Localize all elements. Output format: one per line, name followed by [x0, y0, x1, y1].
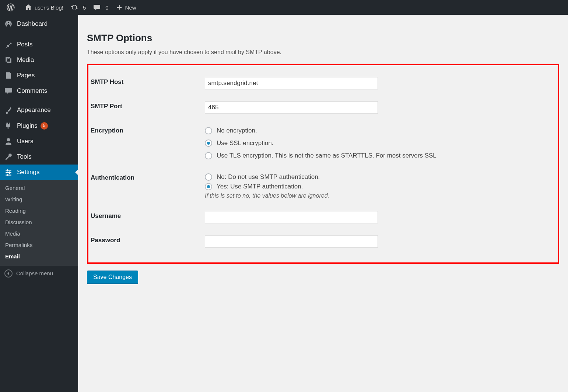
dashboard-icon — [4, 20, 13, 28]
media-icon — [4, 56, 13, 64]
smtp-host-input[interactable] — [205, 77, 378, 89]
sidebar-item-label: Appearance — [17, 106, 51, 114]
username-label: Username — [91, 205, 201, 229]
encryption-label: Encryption — [91, 120, 201, 167]
save-changes-button[interactable]: Save Changes — [87, 271, 138, 284]
pin-icon — [4, 40, 13, 49]
encryption-ssl-label: Use SSL encryption. — [217, 140, 273, 147]
sidebar-item-appearance[interactable]: Appearance — [0, 102, 78, 118]
submenu-general[interactable]: General — [0, 182, 78, 194]
comments-count: 0 — [105, 4, 108, 11]
sidebar-item-label: Dashboard — [17, 20, 48, 28]
auth-no-label: No: Do not use SMTP authentication. — [217, 173, 320, 181]
authentication-label: Authentication — [91, 167, 201, 205]
smtp-host-label: SMTP Host — [91, 71, 201, 95]
submenu-reading[interactable]: Reading — [0, 205, 78, 216]
sidebar-item-comments[interactable]: Comments — [0, 83, 78, 99]
sidebar-item-label: Tools — [17, 153, 32, 161]
update-icon — [71, 4, 78, 11]
sidebar-item-label: Comments — [17, 87, 47, 95]
brush-icon — [4, 106, 13, 114]
encryption-tls-radio[interactable] — [205, 152, 212, 159]
pages-icon — [4, 71, 13, 80]
auth-no-radio[interactable] — [205, 173, 212, 181]
sidebar-item-settings[interactable]: Settings — [0, 165, 78, 180]
sidebar-item-tools[interactable]: Tools — [0, 149, 78, 165]
user-icon — [4, 137, 13, 145]
submenu-permalinks[interactable]: Permalinks — [0, 239, 78, 251]
plugins-update-badge: 5 — [41, 122, 48, 130]
smtp-password-input[interactable] — [205, 235, 378, 248]
section-description: These options only apply if you have cho… — [87, 49, 559, 56]
smtp-settings-box: SMTP Host SMTP Port Encryption No encryp… — [87, 64, 559, 264]
sidebar-item-pages[interactable]: Pages — [0, 68, 78, 83]
encryption-none-label: No encryption. — [217, 127, 257, 134]
submenu-email[interactable]: Email — [0, 251, 78, 262]
smtp-port-label: SMTP Port — [91, 95, 201, 120]
collapse-menu[interactable]: Collapse menu — [0, 266, 78, 281]
smtp-username-input[interactable] — [205, 211, 378, 223]
sidebar-item-dashboard[interactable]: Dashboard — [0, 15, 78, 33]
sidebar-item-posts[interactable]: Posts — [0, 37, 78, 52]
collapse-icon — [4, 269, 13, 278]
sidebar-item-plugins[interactable]: Plugins 5 — [0, 118, 78, 134]
site-title-text: user's Blog! — [35, 4, 63, 11]
submenu-writing[interactable]: Writing — [0, 194, 78, 205]
sidebar-item-label: Media — [17, 56, 34, 64]
sidebar-item-label: Settings — [17, 168, 39, 176]
sidebar-item-label: Posts — [17, 40, 33, 49]
encryption-ssl-radio[interactable] — [205, 140, 212, 147]
wp-logo[interactable] — [3, 0, 21, 15]
updates-link[interactable]: 5 — [67, 0, 90, 15]
auth-note: If this is set to no, the values below a… — [205, 193, 547, 199]
home-icon — [25, 4, 32, 11]
new-content-label: New — [125, 4, 136, 11]
admin-bar: user's Blog! 5 0 New — [0, 0, 568, 15]
section-title: SMTP Options — [87, 32, 559, 44]
comment-icon — [93, 4, 101, 11]
sidebar-item-users[interactable]: Users — [0, 134, 78, 149]
encryption-tls-label: Use TLS encryption. This is not the same… — [217, 152, 436, 159]
plus-icon — [116, 4, 123, 11]
submenu-discussion[interactable]: Discussion — [0, 216, 78, 228]
collapse-label: Collapse menu — [16, 270, 53, 276]
auth-yes-radio[interactable] — [205, 183, 212, 190]
plug-icon — [4, 122, 13, 130]
smtp-form-table: SMTP Host SMTP Port Encryption No encryp… — [91, 71, 550, 254]
sliders-icon — [4, 168, 13, 176]
sidebar-item-label: Pages — [17, 71, 35, 80]
updates-count: 5 — [83, 4, 86, 11]
auth-yes-label: Yes: Use SMTP authentication. — [217, 183, 303, 190]
sidebar-item-label: Plugins — [17, 122, 38, 130]
password-label: Password — [91, 229, 201, 254]
main-content: SMTP Options These options only apply if… — [78, 15, 568, 392]
wordpress-icon — [7, 3, 15, 11]
site-title-link[interactable]: user's Blog! — [21, 0, 67, 15]
smtp-port-input[interactable] — [205, 101, 378, 114]
settings-submenu: General Writing Reading Discussion Media… — [0, 180, 78, 266]
comments-link[interactable]: 0 — [90, 0, 112, 15]
encryption-none-radio[interactable] — [205, 127, 212, 134]
comments-icon — [4, 87, 13, 95]
wrench-icon — [4, 153, 13, 161]
sidebar-item-label: Users — [17, 137, 33, 145]
admin-sidebar: Dashboard Posts Media Pages Comments App… — [0, 15, 78, 392]
sidebar-item-media[interactable]: Media — [0, 52, 78, 68]
submenu-media[interactable]: Media — [0, 228, 78, 239]
new-content-link[interactable]: New — [112, 0, 140, 15]
